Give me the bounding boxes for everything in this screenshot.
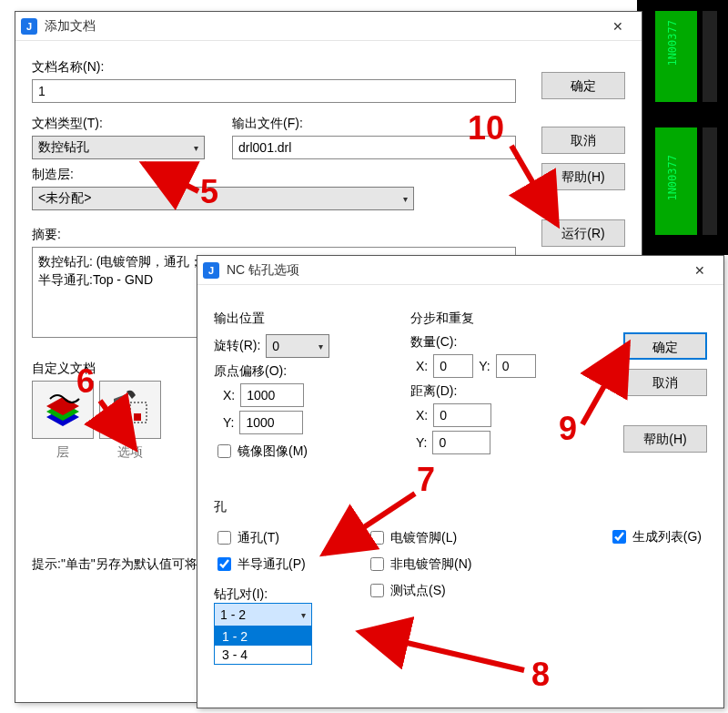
rotation-value: 0 — [272, 339, 279, 353]
drill-pair-select[interactable]: 1 - 2 ▾ — [214, 603, 312, 626]
pcb-label-2: 1N00377 — [666, 155, 679, 201]
cancel-button[interactable]: 取消 — [541, 127, 625, 154]
count-y-input[interactable] — [496, 354, 536, 378]
fab-layer-select[interactable]: <未分配> ▾ — [32, 187, 414, 210]
doc-type-value: 数控钻孔 — [38, 139, 89, 156]
through-hole-checkbox[interactable]: 通孔(T) — [214, 528, 279, 547]
fab-layer-value: <未分配> — [38, 190, 91, 207]
origin-y-label: Y: — [223, 415, 234, 430]
nc-help-button[interactable]: 帮助(H) — [623, 425, 707, 453]
options-caption: 选项 — [99, 444, 161, 461]
doc-type-label: 文档类型(T): — [32, 116, 214, 132]
ok-button[interactable]: 确定 — [541, 72, 625, 99]
drill-pair-value: 1 - 2 — [220, 607, 246, 622]
dist-x-input[interactable] — [433, 403, 491, 427]
layers-caption: 层 — [32, 444, 94, 461]
drill-pair-label: 钻孔对(I): — [214, 586, 312, 603]
mirror-image-label: 镜像图像(M) — [238, 443, 308, 460]
nc-drill-close-button[interactable]: ✕ — [682, 258, 718, 283]
step-repeat-group-label: 分步和重复 — [410, 311, 561, 327]
drill-pair-popup[interactable]: 1 - 2 3 - 4 — [214, 626, 312, 665]
origin-x-label: X: — [223, 388, 235, 402]
distance-label: 距离(D): — [410, 383, 561, 400]
fab-layer-label: 制造层: — [32, 167, 516, 183]
nc-drill-options-dialog: J NC 钻孔选项 ✕ 输出位置 旋转(R): 0 ▾ 原点偏移(O): — [197, 255, 724, 708]
options-button[interactable] — [99, 381, 161, 439]
chevron-down-icon: ▾ — [301, 610, 306, 620]
rotation-select[interactable]: 0 ▾ — [266, 334, 329, 358]
doc-name-label: 文档名称(N): — [32, 59, 516, 76]
app-icon: J — [21, 18, 37, 35]
doc-type-select[interactable]: 数控钻孔 ▾ — [32, 136, 205, 159]
count-x-input[interactable] — [433, 354, 473, 378]
nc-ok-button[interactable]: 确定 — [623, 332, 707, 360]
hole-group-label: 孔 — [214, 499, 707, 515]
app-icon: J — [203, 262, 219, 279]
dist-y-label: Y: — [416, 435, 427, 450]
doc-name-input[interactable] — [32, 79, 516, 103]
chevron-down-icon: ▾ — [403, 194, 408, 204]
output-file-input[interactable] — [232, 136, 516, 159]
origin-y-input[interactable] — [239, 411, 303, 434]
add-document-title: 添加文档 — [45, 18, 600, 35]
plated-pin-label: 电镀管脚(L) — [390, 530, 457, 546]
run-button[interactable]: 运行(R) — [541, 219, 625, 247]
generate-list-label: 生成列表(G) — [632, 529, 702, 545]
origin-x-input[interactable] — [240, 383, 304, 407]
count-x-label: X: — [416, 359, 428, 373]
chevron-down-icon: ▾ — [194, 143, 198, 153]
drill-pair-option-1[interactable]: 1 - 2 — [215, 627, 311, 646]
drill-pair-option-2[interactable]: 3 - 4 — [215, 646, 311, 664]
svg-rect-4 — [134, 413, 141, 421]
count-y-label: Y: — [479, 359, 490, 373]
test-point-label: 测试点(S) — [390, 583, 446, 599]
pcb-label-1: 1N00377 — [666, 20, 679, 66]
origin-offset-label: 原点偏移(O): — [214, 363, 376, 380]
rotation-label: 旋转(R): — [214, 338, 260, 354]
plated-pin-checkbox[interactable]: 电镀管脚(L) — [367, 528, 457, 547]
partial-hole-label: 半导通孔(P) — [238, 556, 306, 573]
layers-button[interactable] — [32, 381, 94, 439]
dist-x-label: X: — [416, 408, 428, 423]
nonplated-pin-label: 非电镀管脚(N) — [390, 556, 471, 573]
dist-y-input[interactable] — [432, 431, 490, 454]
nc-cancel-button[interactable]: 取消 — [623, 369, 707, 396]
add-document-close-button[interactable]: ✕ — [600, 14, 636, 39]
help-button[interactable]: 帮助(H) — [541, 163, 625, 190]
count-label: 数量(C): — [410, 334, 561, 351]
partial-hole-checkbox[interactable]: 半导通孔(P) — [214, 555, 306, 574]
summary-label: 摘要: — [32, 227, 516, 243]
nc-drill-title: NC 钻孔选项 — [227, 262, 682, 279]
output-file-label: 输出文件(F): — [232, 116, 516, 132]
output-pos-group-label: 输出位置 — [214, 311, 376, 327]
through-hole-label: 通孔(T) — [238, 530, 279, 546]
nonplated-pin-checkbox[interactable]: 非电镀管脚(N) — [367, 555, 471, 574]
chevron-down-icon: ▾ — [318, 341, 323, 351]
generate-list-checkbox[interactable]: 生成列表(G) — [609, 527, 702, 546]
test-point-checkbox[interactable]: 测试点(S) — [367, 581, 446, 600]
mirror-image-checkbox[interactable]: 镜像图像(M) — [214, 442, 308, 461]
